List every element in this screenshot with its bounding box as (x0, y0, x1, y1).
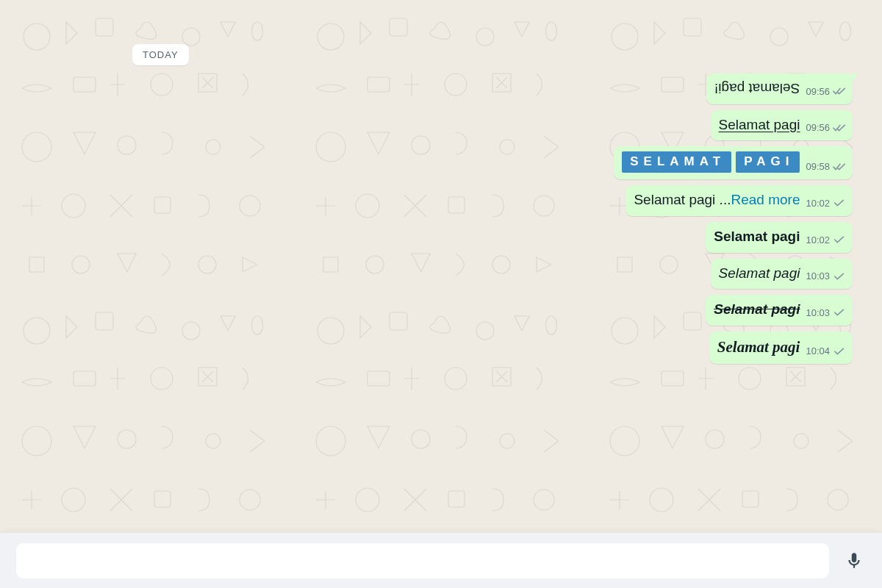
message-bubble[interactable]: Selamat pagi 10:03 (706, 295, 853, 326)
message-meta: 10:03 (806, 307, 846, 319)
messages-column: Selamat pagi! 09:56 Selamat pagi 09:56 S… (614, 74, 853, 364)
message-meta: 10:03 (806, 270, 846, 282)
check-icon (833, 198, 846, 208)
chat-area: TODAY Selamat pagi! 09:56 Selamat pagi 0… (0, 0, 882, 533)
message-time: 09:58 (806, 161, 830, 172)
message-time: 09:56 (806, 86, 830, 97)
microphone-button[interactable] (842, 549, 866, 573)
message-time: 10:03 (806, 307, 830, 318)
message-input[interactable] (16, 543, 829, 578)
double-check-icon (833, 162, 846, 172)
message-text: Selamat pagi (717, 337, 800, 357)
message-text: Selamat pagi (714, 300, 800, 319)
message-meta: 09:56 (806, 122, 846, 134)
message-meta: 09:58 (806, 161, 846, 173)
message-text: Selamat pagi (719, 115, 800, 135)
message-bubble[interactable]: SELAMAT PAGI 09:58 (614, 146, 853, 179)
message-bubble[interactable]: Selamat pagi ...Read more 10:02 (625, 185, 853, 216)
message-meta: 09:56 (806, 86, 846, 98)
read-more-link[interactable]: Read more (731, 192, 800, 207)
message-time: 10:02 (806, 234, 830, 245)
microphone-icon (845, 551, 864, 570)
message-meta: 10:02 (806, 234, 846, 246)
message-bubble[interactable]: Selamat pagi 10:02 (706, 222, 853, 253)
message-bubble[interactable]: Selamat pagi 10:04 (709, 331, 853, 364)
message-meta: 10:04 (806, 345, 846, 357)
message-time: 10:03 (806, 270, 830, 282)
message-bubble[interactable]: Selamat pagi 10:03 (711, 259, 853, 290)
message-bubble[interactable]: Selamat pagi 09:56 (711, 110, 853, 141)
message-bubble[interactable]: Selamat pagi! 09:56 (706, 74, 853, 104)
message-meta: 10:02 (806, 198, 846, 209)
check-icon (833, 234, 846, 245)
message-time: 10:02 (806, 198, 830, 209)
message-time: 09:56 (806, 122, 830, 133)
check-icon (833, 271, 846, 282)
input-bar (0, 533, 882, 588)
double-check-icon (833, 86, 846, 96)
message-time: 10:04 (806, 345, 830, 356)
message-text: Selamat pagi (719, 264, 800, 283)
double-check-icon (833, 123, 846, 133)
message-text: SELAMAT PAGI (622, 151, 800, 173)
check-icon (833, 346, 846, 356)
message-text: Selamat pagi ...Read more (634, 190, 800, 209)
date-badge: TODAY (132, 44, 189, 65)
message-text: Selamat pagi! (714, 79, 800, 98)
check-icon (833, 307, 846, 318)
message-text: Selamat pagi (714, 227, 800, 246)
